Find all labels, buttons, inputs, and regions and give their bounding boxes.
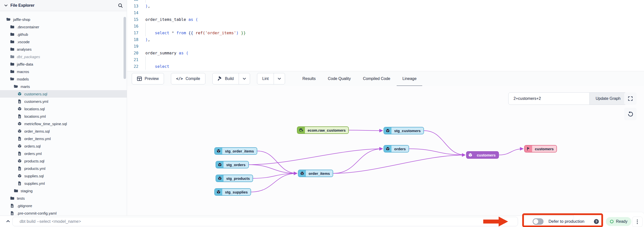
kebab-menu-button[interactable]	[632, 216, 642, 227]
lineage-node-customers-exposure[interactable]: customers	[524, 145, 557, 152]
hammer-icon	[218, 76, 222, 81]
model-cube-icon	[216, 175, 224, 181]
defer-toggle[interactable]	[532, 218, 544, 225]
fullscreen-button[interactable]	[624, 92, 636, 105]
lineage-node-ecom-raw-customers[interactable]: ecom.raw_customers	[297, 126, 349, 134]
tree-item-locations-sql[interactable]: locations.sql	[0, 105, 127, 113]
tree-item-dbt-packages[interactable]: dbt_packages	[0, 53, 127, 60]
model-cube-icon	[216, 161, 224, 168]
tree-item-label: .github	[17, 32, 28, 37]
lineage-node-stg-customers[interactable]: stg_customers	[384, 127, 424, 134]
tree-item-orders-yml[interactable]: orders.yml	[0, 150, 127, 157]
tree-item-label: customers.sql	[24, 92, 48, 96]
code-text: order_items_table as (	[145, 17, 198, 22]
code-line-16[interactable]: 16	[127, 23, 644, 30]
lineage-node-stg-supplies[interactable]: stg_supplies	[214, 188, 251, 196]
file-icon	[17, 166, 22, 171]
reset-icon	[628, 111, 633, 117]
tree-item-label: supplies.sql	[24, 174, 44, 178]
lineage-node-customers[interactable]: customers	[466, 151, 499, 159]
tree-item-label: analyses	[17, 47, 32, 51]
tree-item-jaffle-shop[interactable]: jaffle-shop	[0, 16, 127, 23]
code-line-21[interactable]: 21	[127, 56, 644, 63]
reset-view-button[interactable]	[624, 108, 636, 120]
tree-item-customers-yml[interactable]: customers.yml	[0, 98, 127, 105]
folder-icon	[10, 62, 15, 66]
code-line-13[interactable]: 13),	[127, 3, 644, 10]
lineage-selector-input[interactable]: 2+customers+2	[508, 93, 590, 105]
tree-item-analyses[interactable]: analyses	[0, 46, 127, 53]
help-icon[interactable]: ?	[594, 219, 599, 224]
code-line-17[interactable]: 17 select * from {{ ref('order_items') }…	[127, 30, 644, 36]
build-button[interactable]: Build	[212, 73, 250, 84]
folder-icon	[10, 70, 15, 73]
action-bar: Preview</>CompileBuildLint ResultsCode Q…	[127, 71, 644, 86]
tree-item-supplies-yml[interactable]: supplies.yml	[0, 179, 127, 187]
model-cube-icon	[215, 148, 222, 154]
code-line-18[interactable]: 18),	[127, 36, 644, 43]
tree-item-order-items-yml[interactable]: order_items.yml	[0, 135, 127, 142]
code-line-22[interactable]: 22 select	[127, 63, 644, 70]
code-editor[interactable]: 1213),1415order_items_table as (1617 sel…	[127, 0, 644, 71]
annotation-arrow-head	[499, 216, 508, 226]
edge-order_items-to-orders	[333, 149, 383, 173]
tab-compiled-code[interactable]: Compiled Code	[363, 71, 390, 86]
tree-item-label: macros	[17, 70, 29, 74]
status-badge[interactable]: Ready	[606, 217, 631, 226]
tree-item-order-items-sql[interactable]: order_items.sql	[0, 127, 127, 135]
tab-lineage[interactable]: Lineage	[402, 71, 416, 86]
code-line-19[interactable]: 19	[127, 43, 644, 50]
folder-open-icon	[14, 85, 18, 88]
result-tabs: ResultsCode QualityCompiled CodeLineage	[302, 71, 416, 86]
scrollbar-thumb[interactable]	[124, 17, 126, 79]
code-line-20[interactable]: 20order_summary as (	[127, 50, 644, 56]
action-buttons: Preview</>CompileBuildLint	[132, 73, 285, 84]
chevron-down-icon[interactable]	[4, 4, 8, 8]
lineage-node-stg-orders[interactable]: stg_orders	[216, 161, 249, 168]
tree-item-tests[interactable]: tests	[0, 194, 127, 202]
chevron-up-icon[interactable]	[6, 219, 10, 223]
tree-item-supplies-sql[interactable]: supplies.sql	[0, 172, 127, 179]
tree-item-products-sql[interactable]: products.sql	[0, 157, 127, 165]
model-icon	[17, 144, 22, 148]
command-placeholder: dbt build --select <model_name>	[20, 219, 81, 224]
tab-results[interactable]: Results	[302, 71, 316, 86]
tree-item-macros[interactable]: macros	[0, 68, 127, 75]
tree-item--gitignore[interactable]: .gitignore	[0, 202, 127, 209]
lineage-node-stg-products[interactable]: stg_products	[216, 175, 253, 182]
tree-item--vscode[interactable]: .vscode	[0, 38, 127, 46]
tree-item-models[interactable]: models	[0, 75, 127, 83]
tree-item-products-yml[interactable]: products.yml	[0, 165, 127, 172]
tree-item--github[interactable]: .github	[0, 31, 127, 38]
node-label: ecom.raw_customers	[305, 127, 348, 133]
lint-button[interactable]: Lint	[257, 73, 285, 84]
tab-code-quality[interactable]: Code Quality	[328, 71, 351, 86]
code-line-15[interactable]: 15order_items_table as (	[127, 16, 644, 23]
code-line-12[interactable]: 12	[127, 0, 644, 3]
lineage-node-orders[interactable]: orders	[384, 145, 409, 152]
update-graph-button[interactable]: Update Graph	[590, 93, 627, 105]
tree-item-marts[interactable]: marts	[0, 83, 127, 90]
lint-dropdown-button[interactable]	[274, 73, 285, 84]
build-dropdown-button[interactable]	[239, 73, 250, 84]
tree-item-customers-sql[interactable]: customers.sql	[0, 90, 127, 98]
tree-item-metricflow-time-spine-sql[interactable]: metricflow_time_spine.sql	[0, 120, 127, 127]
toggle-knob	[533, 219, 538, 224]
tree-item--devcontainer[interactable]: .devcontainer	[0, 23, 127, 31]
search-icon[interactable]	[118, 3, 123, 8]
folder-icon	[10, 40, 15, 44]
lineage-node-order-items[interactable]: order_items	[298, 170, 333, 177]
compile-button[interactable]: </>Compile	[171, 73, 206, 84]
tree-item-locations-yml[interactable]: locations.yml	[0, 113, 127, 120]
tree-item--pre-commit-config-yaml[interactable]: .pre-commit-config.yaml	[0, 209, 127, 215]
tree-item-staging[interactable]: staging	[0, 187, 127, 194]
preview-button[interactable]: Preview	[132, 73, 164, 84]
tree-item-label: staging	[20, 189, 32, 193]
command-input[interactable]: dbt build --select <model_name>	[12, 217, 518, 226]
lineage-node-stg-order-items[interactable]: stg_order_items	[214, 147, 257, 155]
tree-item-label: metricflow_time_spine.sql	[24, 122, 67, 126]
tree-item-orders-sql[interactable]: orders.sql	[0, 142, 127, 150]
code-line-14[interactable]: 14	[127, 10, 644, 16]
tree-item-jaffle-data[interactable]: jaffle-data	[0, 60, 127, 68]
model-cube-icon	[384, 146, 392, 152]
